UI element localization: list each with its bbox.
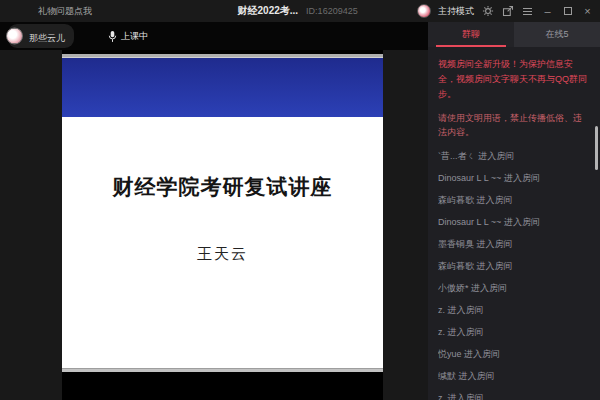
chat-message: z. 进入房间 (438, 392, 590, 400)
chat-message-list[interactable]: 视频房间全新升级！为保护信息安全，视频房间文字聊天不再与QQ群同步。 请使用文明… (428, 47, 600, 400)
stream-overlay-bar: 那些云儿 上课中 (0, 22, 428, 50)
user-avatar[interactable] (417, 4, 431, 18)
tab-online-list[interactable]: 在线5 (514, 22, 600, 47)
status-badge: 上课中 (121, 30, 148, 43)
gift-help-link[interactable]: 礼物问题点我 (38, 5, 92, 18)
titlebar-controls: 主持模式 – × (417, 0, 594, 22)
chat-message: Dinosaur L L ~~ 进入房间 (438, 216, 590, 238)
chat-message: 森屿暮歌 进入房间 (438, 260, 590, 282)
slide-speaker: 王天云 (62, 245, 383, 264)
chat-message: 小傲娇* 进入房间 (438, 282, 590, 304)
chat-message: z. 进入房间 (438, 304, 590, 326)
chat-scrollbar[interactable] (595, 126, 598, 170)
chat-message: 墨香铜臭 进入房间 (438, 238, 590, 260)
streamer-info: 那些云儿 (6, 24, 74, 48)
streamer-name: 那些云儿 (29, 33, 65, 43)
chat-message: 缄默 进入房间 (438, 370, 590, 392)
slide-title: 财经学院考研复试讲座 (62, 173, 383, 201)
menu-icon[interactable] (521, 5, 534, 18)
titlebar: 礼物问题点我 财经2022考... ID:16209425 主持模式 – (0, 0, 600, 22)
slide-bottom-strip (62, 368, 383, 372)
popout-icon[interactable] (501, 5, 514, 18)
titlebar-center: 财经2022考... ID:16209425 (238, 4, 358, 18)
chat-pane: 群聊 在线5 视频房间全新升级！为保护信息安全，视频房间文字聊天不再与QQ群同步… (428, 22, 600, 400)
app-window: 礼物问题点我 财经2022考... ID:16209425 主持模式 – (0, 0, 600, 400)
room-id: ID:16209425 (306, 6, 358, 16)
system-notice-upgrade: 视频房间全新升级！为保护信息安全，视频房间文字聊天不再与QQ群同步。 (438, 57, 590, 102)
chat-message: Dinosaur L L ~~ 进入房间 (438, 172, 590, 194)
class-status: 上课中 (108, 30, 148, 43)
video-pane: 财经学院考研复试讲座 王天云 那些云儿 上课中 (0, 22, 428, 400)
host-mode-toggle[interactable]: 主持模式 (438, 5, 474, 18)
slide-header-band (62, 57, 383, 117)
chat-message: 森屿暮歌 进入房间 (438, 194, 590, 216)
minimize-button[interactable]: – (541, 5, 554, 18)
streamer-avatar[interactable] (6, 28, 23, 45)
room-title: 财经2022考... (238, 4, 299, 18)
maximize-button[interactable] (561, 5, 574, 18)
chat-message: 悦yue 进入房间 (438, 348, 590, 370)
chat-message: `昔...者ㄑ 进入房间 (438, 150, 590, 172)
video-feed: 财经学院考研复试讲座 王天云 (62, 22, 383, 400)
chat-tabs: 群聊 在线5 (428, 22, 600, 47)
chat-message: z. 进入房间 (438, 326, 590, 348)
settings-gear-icon[interactable] (481, 5, 494, 18)
lecture-slide: 财经学院考研复试讲座 王天云 (62, 54, 383, 372)
system-notice-rules: 请使用文明用语，禁止传播低俗、违法内容。 (438, 111, 590, 140)
microphone-icon (108, 30, 117, 43)
tab-group-chat[interactable]: 群聊 (428, 22, 514, 47)
close-button[interactable]: × (581, 5, 594, 18)
